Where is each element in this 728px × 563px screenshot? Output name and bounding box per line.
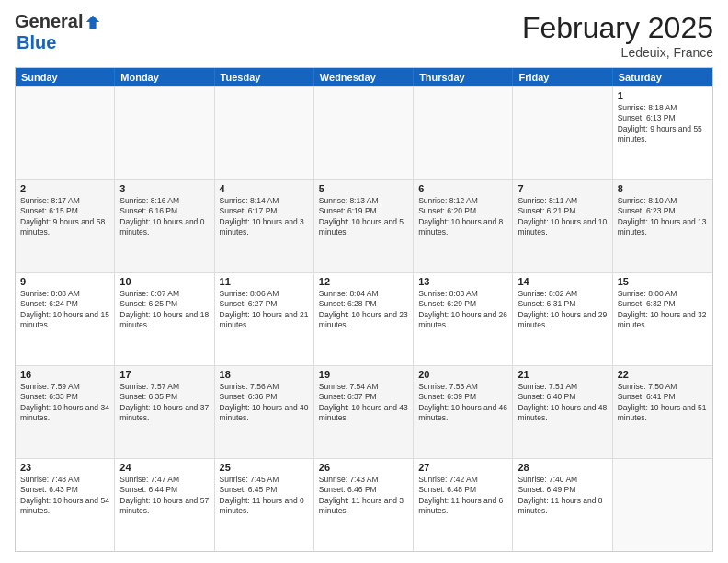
- day-cell-16: 16Sunrise: 7:59 AM Sunset: 6:33 PM Dayli…: [16, 366, 115, 458]
- day-cell-1: 1Sunrise: 8:18 AM Sunset: 6:13 PM Daylig…: [613, 87, 712, 179]
- calendar-row-2: 2Sunrise: 8:17 AM Sunset: 6:15 PM Daylig…: [16, 179, 712, 272]
- day-number: 8: [618, 183, 708, 194]
- day-cell-8: 8Sunrise: 8:10 AM Sunset: 6:23 PM Daylig…: [613, 180, 712, 272]
- day-number: 10: [119, 276, 209, 287]
- day-info: Sunrise: 7:53 AM Sunset: 6:39 PM Dayligh…: [418, 382, 507, 424]
- calendar-body: 1Sunrise: 8:18 AM Sunset: 6:13 PM Daylig…: [16, 86, 712, 551]
- day-info: Sunrise: 8:03 AM Sunset: 6:29 PM Dayligh…: [418, 289, 507, 331]
- logo: General Blue: [15, 11, 101, 53]
- day-info: Sunrise: 7:57 AM Sunset: 6:35 PM Dayligh…: [119, 382, 209, 424]
- day-number: 18: [220, 369, 309, 380]
- day-number: 24: [119, 462, 209, 473]
- day-info: Sunrise: 7:51 AM Sunset: 6:40 PM Dayligh…: [518, 382, 607, 424]
- day-cell-28: 28Sunrise: 7:40 AM Sunset: 6:49 PM Dayli…: [513, 459, 612, 551]
- day-number: 6: [418, 183, 507, 194]
- day-number: 25: [220, 462, 309, 473]
- day-cell-19: 19Sunrise: 7:54 AM Sunset: 6:37 PM Dayli…: [314, 366, 414, 458]
- day-cell-11: 11Sunrise: 8:06 AM Sunset: 6:27 PM Dayli…: [215, 273, 314, 365]
- day-info: Sunrise: 8:08 AM Sunset: 6:24 PM Dayligh…: [20, 289, 109, 331]
- day-cell-15: 15Sunrise: 8:00 AM Sunset: 6:32 PM Dayli…: [613, 273, 712, 365]
- calendar-header: SundayMondayTuesdayWednesdayThursdayFrid…: [16, 68, 712, 86]
- calendar-row-1: 1Sunrise: 8:18 AM Sunset: 6:13 PM Daylig…: [16, 86, 712, 179]
- day-cell-23: 23Sunrise: 7:48 AM Sunset: 6:43 PM Dayli…: [16, 459, 115, 551]
- day-number: 5: [319, 183, 408, 194]
- empty-cell: [513, 87, 612, 179]
- day-cell-2: 2Sunrise: 8:17 AM Sunset: 6:15 PM Daylig…: [16, 180, 115, 272]
- day-number: 19: [319, 369, 408, 380]
- day-info: Sunrise: 7:54 AM Sunset: 6:37 PM Dayligh…: [319, 382, 408, 424]
- empty-cell: [215, 87, 314, 179]
- day-info: Sunrise: 7:43 AM Sunset: 6:46 PM Dayligh…: [319, 475, 408, 517]
- day-info: Sunrise: 8:14 AM Sunset: 6:17 PM Dayligh…: [220, 196, 309, 238]
- day-cell-14: 14Sunrise: 8:02 AM Sunset: 6:31 PM Dayli…: [513, 273, 612, 365]
- logo-blue-text: Blue: [17, 32, 56, 52]
- day-number: 1: [618, 90, 708, 101]
- day-cell-17: 17Sunrise: 7:57 AM Sunset: 6:35 PM Dayli…: [115, 366, 214, 458]
- day-cell-13: 13Sunrise: 8:03 AM Sunset: 6:29 PM Dayli…: [414, 273, 513, 365]
- day-cell-25: 25Sunrise: 7:45 AM Sunset: 6:45 PM Dayli…: [215, 459, 314, 551]
- header-day-sunday: Sunday: [16, 68, 115, 86]
- day-info: Sunrise: 8:00 AM Sunset: 6:32 PM Dayligh…: [618, 289, 708, 331]
- header-day-wednesday: Wednesday: [314, 68, 414, 86]
- day-number: 16: [20, 369, 109, 380]
- day-cell-10: 10Sunrise: 8:07 AM Sunset: 6:25 PM Dayli…: [115, 273, 214, 365]
- day-number: 17: [119, 369, 209, 380]
- day-cell-5: 5Sunrise: 8:13 AM Sunset: 6:19 PM Daylig…: [314, 180, 414, 272]
- day-info: Sunrise: 8:07 AM Sunset: 6:25 PM Dayligh…: [119, 289, 209, 331]
- empty-cell: [115, 87, 214, 179]
- day-cell-21: 21Sunrise: 7:51 AM Sunset: 6:40 PM Dayli…: [513, 366, 612, 458]
- day-info: Sunrise: 7:40 AM Sunset: 6:49 PM Dayligh…: [518, 475, 607, 517]
- day-info: Sunrise: 8:06 AM Sunset: 6:27 PM Dayligh…: [220, 289, 309, 331]
- logo-general: General: [15, 11, 83, 32]
- day-number: 11: [220, 276, 309, 287]
- day-info: Sunrise: 8:02 AM Sunset: 6:31 PM Dayligh…: [518, 289, 607, 331]
- day-info: Sunrise: 8:13 AM Sunset: 6:19 PM Dayligh…: [319, 196, 408, 238]
- day-cell-7: 7Sunrise: 8:11 AM Sunset: 6:21 PM Daylig…: [513, 180, 612, 272]
- header-day-thursday: Thursday: [414, 68, 513, 86]
- day-info: Sunrise: 8:16 AM Sunset: 6:16 PM Dayligh…: [119, 196, 209, 238]
- logo-icon: [85, 14, 101, 30]
- calendar-row-3: 9Sunrise: 8:08 AM Sunset: 6:24 PM Daylig…: [16, 272, 712, 365]
- day-number: 9: [20, 276, 109, 287]
- day-number: 4: [220, 183, 309, 194]
- day-info: Sunrise: 7:47 AM Sunset: 6:44 PM Dayligh…: [119, 475, 209, 517]
- header-day-friday: Friday: [513, 68, 612, 86]
- empty-cell: [314, 87, 414, 179]
- day-info: Sunrise: 7:48 AM Sunset: 6:43 PM Dayligh…: [20, 475, 109, 517]
- page: General Blue February 2025 Ledeuix, Fran…: [0, 0, 728, 563]
- empty-cell: [613, 459, 712, 551]
- calendar-row-5: 23Sunrise: 7:48 AM Sunset: 6:43 PM Dayli…: [16, 458, 712, 551]
- svg-marker-0: [86, 15, 99, 28]
- empty-cell: [16, 87, 115, 179]
- day-info: Sunrise: 7:50 AM Sunset: 6:41 PM Dayligh…: [618, 382, 708, 424]
- day-number: 28: [518, 462, 607, 473]
- day-info: Sunrise: 8:17 AM Sunset: 6:15 PM Dayligh…: [20, 196, 109, 238]
- day-info: Sunrise: 7:56 AM Sunset: 6:36 PM Dayligh…: [220, 382, 309, 424]
- day-number: 22: [618, 369, 708, 380]
- day-number: 7: [518, 183, 607, 194]
- header-day-saturday: Saturday: [613, 68, 712, 86]
- day-cell-26: 26Sunrise: 7:43 AM Sunset: 6:46 PM Dayli…: [314, 459, 414, 551]
- day-info: Sunrise: 8:10 AM Sunset: 6:23 PM Dayligh…: [618, 196, 708, 238]
- day-cell-24: 24Sunrise: 7:47 AM Sunset: 6:44 PM Dayli…: [115, 459, 214, 551]
- logo-text: General: [15, 11, 101, 32]
- day-info: Sunrise: 7:42 AM Sunset: 6:48 PM Dayligh…: [418, 475, 507, 517]
- day-number: 26: [319, 462, 408, 473]
- day-info: Sunrise: 8:11 AM Sunset: 6:21 PM Dayligh…: [518, 196, 607, 238]
- day-number: 14: [518, 276, 607, 287]
- day-info: Sunrise: 8:18 AM Sunset: 6:13 PM Dayligh…: [618, 103, 708, 145]
- day-info: Sunrise: 8:12 AM Sunset: 6:20 PM Dayligh…: [418, 196, 507, 238]
- day-cell-20: 20Sunrise: 7:53 AM Sunset: 6:39 PM Dayli…: [414, 366, 513, 458]
- day-cell-12: 12Sunrise: 8:04 AM Sunset: 6:28 PM Dayli…: [314, 273, 414, 365]
- day-cell-22: 22Sunrise: 7:50 AM Sunset: 6:41 PM Dayli…: [613, 366, 712, 458]
- calendar: SundayMondayTuesdayWednesdayThursdayFrid…: [15, 67, 713, 552]
- day-number: 13: [418, 276, 507, 287]
- day-info: Sunrise: 7:45 AM Sunset: 6:45 PM Dayligh…: [220, 475, 309, 517]
- day-cell-6: 6Sunrise: 8:12 AM Sunset: 6:20 PM Daylig…: [414, 180, 513, 272]
- header: General Blue February 2025 Ledeuix, Fran…: [15, 11, 713, 60]
- month-title: February 2025: [522, 11, 713, 45]
- day-number: 21: [518, 369, 607, 380]
- day-number: 3: [119, 183, 209, 194]
- day-number: 27: [418, 462, 507, 473]
- header-day-monday: Monday: [115, 68, 214, 86]
